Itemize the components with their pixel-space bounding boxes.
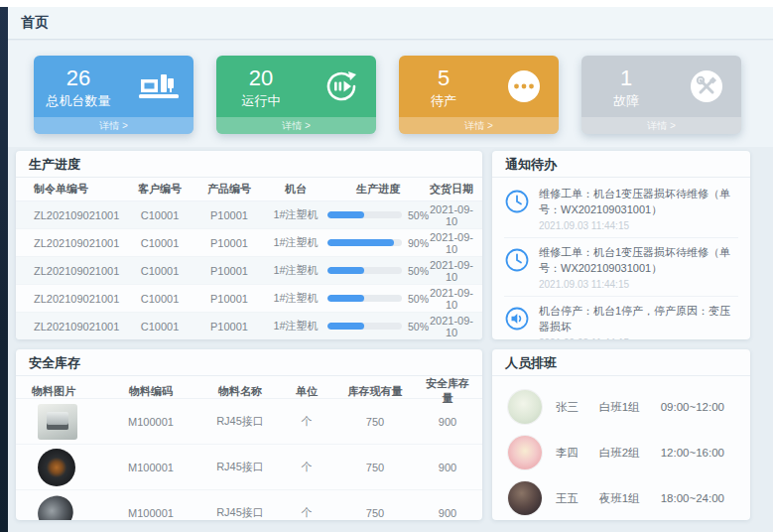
avatar-lisi bbox=[508, 436, 542, 469]
col-customer-no: 客户编号 bbox=[125, 182, 194, 197]
production-row: ZL202109021001 C10001 P10001 1#注塑机 50% 2… bbox=[16, 313, 482, 339]
personnel-schedule-panel: 人员排班 张三 白班1组 09:00~12:00 李四 白班2组 12:00~1… bbox=[492, 349, 750, 520]
schedule-row: 王五 夜班1组 18:00~24:00 bbox=[508, 475, 736, 520]
machine-icon bbox=[123, 71, 193, 101]
running-detail-link[interactable]: 详情 > bbox=[216, 117, 376, 134]
notice-text: 维修工单：机台1变压器损坏待维修（单号：WX202109031001） bbox=[539, 245, 738, 277]
production-progress-title: 生产进度 bbox=[16, 151, 482, 178]
col-machine: 机台 bbox=[264, 182, 327, 197]
fault-label: 故障 bbox=[581, 92, 671, 110]
speaker-icon bbox=[504, 306, 530, 332]
person-name: 李四 bbox=[556, 446, 599, 461]
running-label: 运行中 bbox=[216, 92, 306, 110]
person-shift: 白班2组 bbox=[599, 446, 661, 461]
total-machines-detail-link[interactable]: 详情 > bbox=[34, 117, 193, 134]
card-waiting[interactable]: 5 待产 详情 > bbox=[399, 56, 559, 134]
col-safety-stock: 安全库存量 bbox=[421, 376, 474, 406]
card-fault[interactable]: 1 故障 详情 > bbox=[581, 56, 741, 134]
notice-text: 维修工单：机台1变压器损坏待维修（单号：WX202109031001） bbox=[539, 187, 738, 218]
safety-stock-title: 安全库存 bbox=[16, 349, 482, 376]
personnel-schedule-title: 人员排班 bbox=[492, 349, 750, 376]
person-shift: 白班1组 bbox=[599, 400, 661, 415]
schedule-row: 李四 白班2组 12:00~16:00 bbox=[508, 430, 736, 475]
production-row: ZL202109021001 C10001 P10001 1#注塑机 50% 2… bbox=[16, 201, 482, 229]
col-material-image: 物料图片 bbox=[28, 384, 105, 399]
total-machines-label: 总机台数量 bbox=[34, 92, 123, 110]
schedule-row: 张三 白班1组 09:00~12:00 bbox=[508, 384, 736, 430]
person-shift: 夜班1组 bbox=[599, 491, 661, 506]
safety-stock-panel: 安全库存 物料图片 物料编码 物料名称 单位 库存现有量 安全库存量 M1000… bbox=[16, 349, 482, 520]
running-value: 20 bbox=[216, 66, 306, 90]
clock-icon bbox=[504, 189, 530, 214]
progress-bar bbox=[327, 267, 402, 274]
production-row: ZL202109021001 C10001 P10001 1#注塑机 90% 2… bbox=[16, 229, 482, 257]
stock-table-header: 物料图片 物料编码 物料名称 单位 库存现有量 安全库存量 bbox=[16, 376, 482, 399]
notices-title: 通知待办 bbox=[492, 151, 750, 178]
waiting-detail-link[interactable]: 详情 > bbox=[399, 117, 559, 134]
waiting-label: 待产 bbox=[399, 92, 488, 110]
waiting-value: 5 bbox=[399, 66, 488, 90]
col-material-code: 物料编码 bbox=[105, 384, 196, 399]
stock-row: M100001 RJ45接口 个 750 900 bbox=[16, 445, 482, 490]
col-delivery-date: 交货日期 bbox=[429, 182, 474, 197]
collapsed-sidebar-edge bbox=[0, 7, 8, 532]
person-name: 王五 bbox=[556, 491, 599, 506]
person-time: 18:00~24:00 bbox=[661, 492, 724, 504]
notice-text: 机台停产：机台1停产，停产原因：变压器损坏 bbox=[539, 304, 738, 335]
fault-detail-link[interactable]: 详情 > bbox=[581, 117, 741, 134]
tools-icon bbox=[671, 68, 741, 104]
person-name: 张三 bbox=[556, 400, 599, 415]
notice-time: 2021.09.03 11:44:15 bbox=[539, 279, 738, 290]
production-row: ZL202109021001 C10001 P10001 1#注塑机 50% 2… bbox=[16, 285, 482, 313]
production-progress-panel: 生产进度 制令单编号 客户编号 产品编号 机台 生产进度 交货日期 ZL2021… bbox=[16, 151, 482, 339]
total-machines-value: 26 bbox=[34, 66, 123, 90]
notice-time: 2021.09.03 11:44:15 bbox=[539, 220, 738, 231]
avatar-wangwu bbox=[508, 481, 542, 515]
tab-home[interactable]: 首页 bbox=[21, 14, 49, 32]
production-table-header: 制令单编号 客户编号 产品编号 机台 生产进度 交货日期 bbox=[16, 178, 482, 201]
cone-speaker-photo bbox=[34, 491, 78, 520]
col-product-no: 产品编号 bbox=[194, 182, 264, 197]
window-top-strip bbox=[0, 0, 773, 7]
stock-row: M100001 RJ45接口 个 750 900 bbox=[16, 490, 482, 520]
col-order-no: 制令单编号 bbox=[26, 182, 125, 197]
person-time: 12:00~16:00 bbox=[661, 447, 724, 459]
col-stock-on-hand: 库存现有量 bbox=[329, 384, 421, 399]
card-running[interactable]: 20 运行中 详情 > bbox=[216, 56, 376, 134]
card-total-machines[interactable]: 26 总机台数量 详情 > bbox=[34, 56, 193, 134]
clock-icon bbox=[504, 247, 530, 273]
stock-row: M100001 RJ45接口 个 750 900 bbox=[16, 399, 482, 445]
ellipsis-icon bbox=[488, 68, 559, 104]
notices-panel: 通知待办 维修工单：机台1变压器损坏待维修（单号：WX202109031001）… bbox=[492, 151, 750, 339]
progress-bar bbox=[327, 295, 402, 302]
person-time: 09:00~12:00 bbox=[661, 401, 724, 413]
progress-bar bbox=[327, 239, 402, 246]
tab-bar: 首页 bbox=[8, 7, 773, 40]
running-icon bbox=[306, 68, 376, 104]
notice-time: 2021.09.03 11:44:15 bbox=[539, 337, 738, 339]
production-row: ZL202109021001 C10001 P10001 1#注塑机 50% 2… bbox=[16, 257, 482, 285]
avatar-zhangsan bbox=[508, 390, 542, 424]
fault-value: 1 bbox=[581, 66, 671, 90]
notice-item[interactable]: 机台停产：机台1停产，停产原因：变压器损坏 2021.09.03 11:44:1… bbox=[504, 297, 738, 339]
round-speaker-photo bbox=[38, 449, 75, 486]
progress-bar bbox=[327, 323, 402, 330]
rj45-connector-photo bbox=[38, 404, 77, 440]
progress-bar bbox=[327, 211, 402, 218]
notice-item[interactable]: 维修工单：机台1变压器损坏待维修（单号：WX202109031001） 2021… bbox=[504, 238, 738, 297]
col-progress: 生产进度 bbox=[327, 182, 429, 197]
col-unit: 单位 bbox=[284, 384, 329, 399]
col-material-name: 物料名称 bbox=[196, 384, 284, 399]
stat-cards-section: 26 总机台数量 详情 > bbox=[8, 41, 773, 147]
notice-item[interactable]: 维修工单：机台1变压器损坏待维修（单号：WX202109031001） 2021… bbox=[504, 180, 738, 238]
